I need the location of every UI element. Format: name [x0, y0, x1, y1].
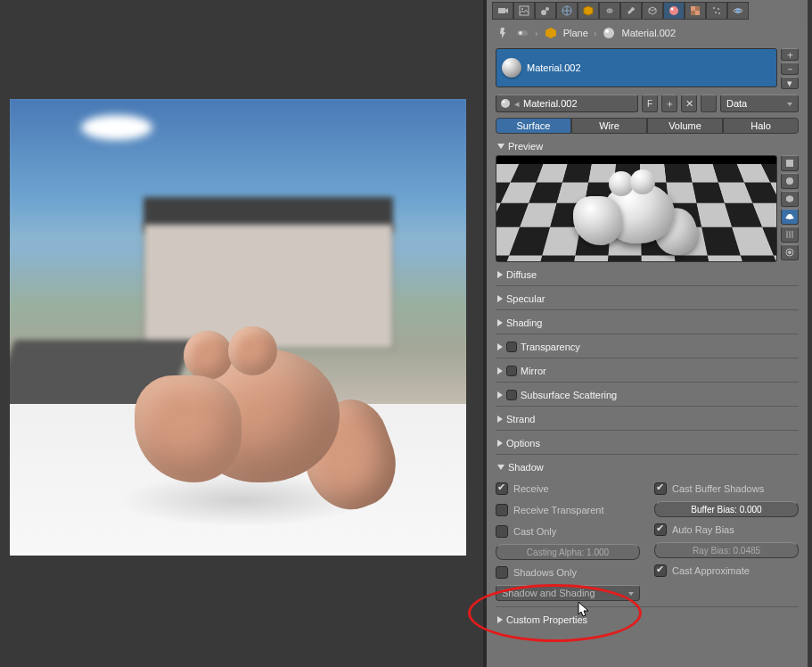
- node-toggle-button[interactable]: [701, 95, 717, 112]
- tab-physics[interactable]: [727, 2, 749, 20]
- panel-header-diffuse[interactable]: Diffuse: [496, 266, 799, 284]
- panel-header-custom-properties[interactable]: Custom Properties: [496, 611, 799, 629]
- panel-header-shading[interactable]: Shading: [496, 314, 799, 332]
- svg-point-22: [503, 101, 505, 103]
- svg-point-12: [718, 8, 719, 10]
- sss-enable-checkbox[interactable]: [506, 390, 517, 400]
- preview-hair-button[interactable]: [781, 226, 799, 243]
- receive-checkbox[interactable]: [496, 482, 508, 495]
- tab-modifiers[interactable]: [620, 2, 642, 20]
- cast-only-checkbox[interactable]: [496, 525, 508, 538]
- preview-cube-button[interactable]: [781, 191, 799, 207]
- type-tab-wire[interactable]: Wire: [571, 118, 647, 134]
- disclosure-triangle-icon: [497, 391, 503, 399]
- panel-header-shadow[interactable]: Shadow: [496, 458, 799, 476]
- new-material-button[interactable]: ＋: [661, 95, 677, 112]
- material-type-tabs: Surface Wire Volume Halo: [496, 118, 799, 134]
- panel-title: Specular: [506, 293, 545, 304]
- disclosure-triangle-icon: [497, 416, 503, 423]
- type-tab-volume[interactable]: Volume: [647, 118, 723, 134]
- mirror-enable-checkbox[interactable]: [506, 366, 517, 376]
- link-icon: [604, 5, 615, 16]
- panel-title: Mirror: [521, 366, 546, 376]
- toggle-icon[interactable]: [515, 26, 529, 40]
- transparency-enable-checkbox[interactable]: [506, 342, 517, 352]
- shadows-only-type-label: Shadow and Shading: [502, 588, 595, 598]
- preview-monkey-button[interactable]: [781, 209, 799, 225]
- panel-title: Subsurface Scattering: [521, 390, 617, 400]
- preview-sphere-button[interactable]: [781, 173, 799, 189]
- tab-constraints[interactable]: [599, 2, 620, 20]
- auto-ray-bias-checkbox[interactable]: [654, 523, 667, 536]
- material-browse-icon[interactable]: [500, 98, 511, 109]
- tab-world[interactable]: [556, 2, 578, 20]
- world-icon: [562, 5, 572, 16]
- tab-object[interactable]: [578, 2, 599, 20]
- cast-approximate-checkbox[interactable]: [654, 564, 667, 577]
- ray-bias-field[interactable]: Ray Bias: 0.0485: [654, 542, 799, 558]
- material-icon: [668, 5, 679, 16]
- unlink-material-button[interactable]: ✕: [681, 95, 697, 112]
- tab-material[interactable]: [663, 2, 685, 20]
- properties-panel: › Plane › Material.002 Material.002 ＋ － …: [483, 0, 808, 667]
- type-tab-surface[interactable]: Surface: [496, 118, 571, 134]
- preview-sky-button[interactable]: [781, 244, 799, 260]
- image-icon: [519, 5, 529, 16]
- tab-data[interactable]: [642, 2, 663, 20]
- breadcrumb: › Plane › Material.002: [487, 21, 808, 45]
- mesh-icon: [647, 5, 658, 16]
- panel-header-transparency[interactable]: Transparency: [496, 338, 799, 356]
- shadows-only-checkbox[interactable]: [496, 566, 508, 579]
- tab-render-layers[interactable]: [513, 2, 535, 20]
- texture-icon: [690, 5, 701, 16]
- material-id-field[interactable]: ◂ Material.002: [496, 95, 638, 112]
- panel-header-mirror[interactable]: Mirror: [496, 362, 799, 380]
- receive-transparent-checkbox[interactable]: [496, 504, 508, 516]
- panel-header-specular[interactable]: Specular: [496, 290, 799, 308]
- panel-header-options[interactable]: Options: [496, 434, 799, 452]
- add-slot-button[interactable]: ＋: [781, 48, 799, 61]
- preview-flat-button[interactable]: [781, 155, 799, 171]
- sphere-icon: [784, 176, 795, 186]
- particles-icon: [711, 5, 722, 16]
- svg-point-13: [715, 12, 717, 13]
- panel-header-strand[interactable]: Strand: [496, 410, 799, 428]
- panel-title: Shadow: [508, 462, 544, 473]
- remove-slot-button[interactable]: －: [781, 62, 799, 75]
- object-icon: [544, 26, 558, 40]
- svg-point-4: [545, 7, 549, 11]
- panel-header-preview[interactable]: Preview: [496, 137, 799, 155]
- render-object-monkey: [108, 295, 375, 518]
- camera-icon: [497, 5, 508, 16]
- tab-particles[interactable]: [706, 2, 727, 20]
- panel-title: Custom Properties: [506, 614, 587, 625]
- svg-point-21: [501, 99, 510, 108]
- tab-scene[interactable]: [535, 2, 556, 20]
- buffer-bias-field[interactable]: Buffer Bias: 0.000: [654, 501, 799, 517]
- slot-menu-button[interactable]: ▾: [781, 77, 799, 89]
- breadcrumb-object[interactable]: Plane: [563, 28, 588, 38]
- breadcrumb-material[interactable]: Material.002: [621, 28, 676, 38]
- svg-rect-10: [695, 11, 700, 15]
- tab-render[interactable]: [492, 2, 513, 20]
- context-tabs: [487, 0, 808, 21]
- link-select[interactable]: Data: [720, 95, 799, 112]
- cube-icon: [583, 5, 594, 16]
- casting-alpha-field[interactable]: Casting Alpha: 1.000: [496, 544, 640, 560]
- receive-label: Receive: [513, 483, 549, 494]
- disclosure-triangle-icon: [497, 616, 503, 623]
- cube-icon: [784, 194, 795, 204]
- svg-rect-9: [691, 6, 695, 11]
- cast-buffer-label: Cast Buffer Shadows: [672, 483, 764, 494]
- panel-header-sss[interactable]: Subsurface Scattering: [496, 386, 799, 404]
- shadows-only-type-select[interactable]: Shadow and Shading: [496, 585, 640, 601]
- type-tab-halo[interactable]: Halo: [723, 118, 799, 134]
- x-icon: ✕: [685, 98, 693, 110]
- render-viewport[interactable]: [10, 99, 466, 556]
- tab-texture[interactable]: [685, 2, 706, 20]
- pin-icon[interactable]: [496, 26, 510, 40]
- material-slot[interactable]: Material.002: [496, 48, 777, 87]
- cast-buffer-checkbox[interactable]: [654, 482, 667, 495]
- fake-user-button[interactable]: F: [642, 95, 658, 112]
- receive-transparent-label: Receive Transparent: [513, 505, 604, 515]
